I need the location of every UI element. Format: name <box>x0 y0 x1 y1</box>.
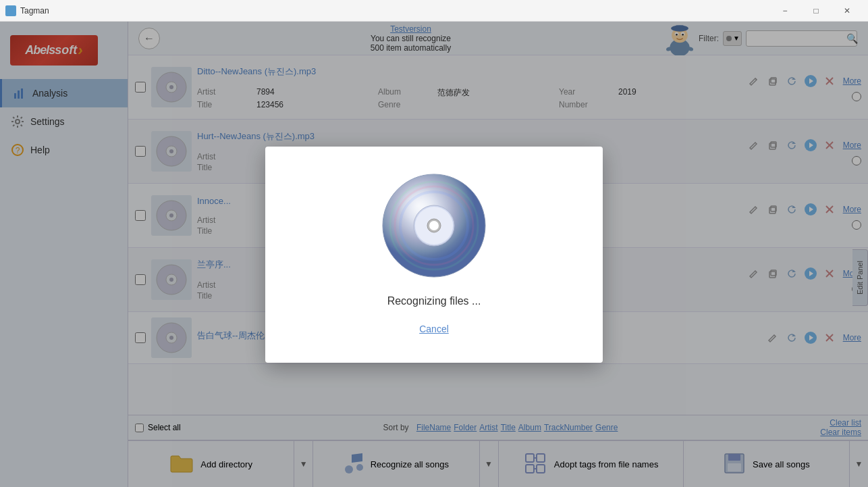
cancel-button[interactable]: Cancel <box>414 321 454 337</box>
modal-status: Recognizing files ... <box>387 295 481 307</box>
svg-point-82 <box>429 221 439 230</box>
cd-image <box>380 172 488 282</box>
modal-dialog: Recognizing files ... Cancel <box>265 147 603 363</box>
maximize-button[interactable]: □ <box>801 0 832 22</box>
app-title: Tagman <box>20 6 769 16</box>
minimize-button[interactable]: − <box>769 0 801 22</box>
modal-overlay: Recognizing files ... Cancel <box>0 22 868 487</box>
close-button[interactable]: ✕ <box>832 0 863 22</box>
app-icon <box>5 5 16 16</box>
titlebar: Tagman − □ ✕ <box>0 0 868 22</box>
window-controls: − □ ✕ <box>769 0 863 22</box>
